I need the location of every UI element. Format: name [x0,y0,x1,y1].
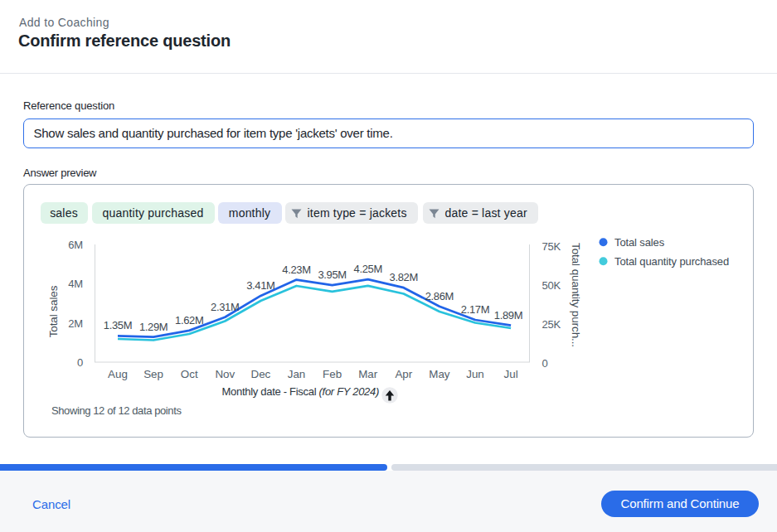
svg-text:2M: 2M [68,317,83,330]
svg-text:75K: 75K [542,240,561,253]
svg-text:25K: 25K [542,318,561,331]
svg-text:Total quantity purch...: Total quantity purch... [570,243,582,347]
svg-text:2.17M: 2.17M [461,303,489,316]
svg-text:0: 0 [542,357,548,370]
svg-text:Total sales: Total sales [47,285,60,337]
svg-text:Oct: Oct [181,368,198,380]
svg-text:Dec: Dec [250,368,270,380]
svg-text:1.62M: 1.62M [175,314,203,326]
svg-text:3.95M: 3.95M [318,268,346,281]
svg-text:1.35M: 1.35M [104,319,132,331]
svg-text:Jul: Jul [504,368,518,380]
svg-text:Sep: Sep [143,368,163,380]
svg-text:Jun: Jun [466,368,484,380]
svg-text:May: May [429,368,450,380]
svg-text:4.25M: 4.25M [354,263,382,275]
svg-text:1.29M: 1.29M [139,321,168,333]
svg-text:3.82M: 3.82M [390,271,418,283]
svg-text:Jan: Jan [288,368,306,380]
svg-text:Aug: Aug [108,368,128,380]
svg-text:Total sales: Total sales [614,236,665,249]
svg-text:1.89M: 1.89M [494,309,522,322]
svg-text:Monthly date - Fiscal (for FY: Monthly date - Fiscal (for FY 2024) [222,385,379,398]
svg-text:Feb: Feb [323,368,342,380]
svg-text:4M: 4M [68,278,83,290]
svg-text:Apr: Apr [395,368,412,380]
svg-text:50K: 50K [542,279,561,292]
svg-text:Total quantity purchased: Total quantity purchased [614,255,729,268]
svg-text:3.41M: 3.41M [246,279,274,292]
svg-text:Nov: Nov [215,368,235,380]
svg-text:6M: 6M [68,239,83,251]
svg-text:0: 0 [77,356,83,369]
svg-text:Mar: Mar [358,368,378,380]
svg-text:2.86M: 2.86M [425,290,454,302]
svg-text:4.23M: 4.23M [282,264,310,276]
svg-text:2.31M: 2.31M [211,301,239,313]
